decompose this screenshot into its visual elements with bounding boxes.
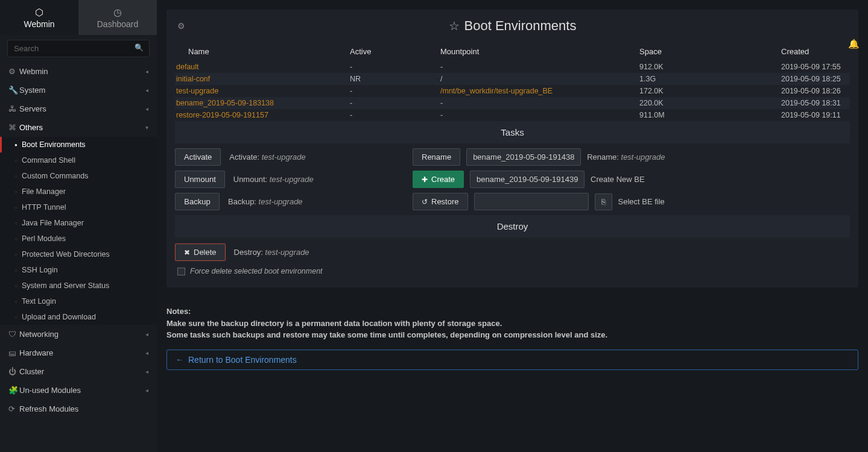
nav-subitem-perl-modules[interactable]: ○Perl Modules <box>0 231 157 246</box>
notes: Notes: Make sure the backup directory is… <box>166 306 858 341</box>
rename-button[interactable]: Rename <box>413 148 460 166</box>
td-space: 911.0M <box>639 111 730 119</box>
td-created: 2019-05-09 18:26 <box>730 87 850 95</box>
create-input[interactable] <box>470 171 584 188</box>
nav-subitem-ssh-login[interactable]: ○SSH Login <box>0 262 157 278</box>
nav-subitem-protected-web-directories[interactable]: ○Protected Web Directories <box>0 246 157 262</box>
nav-subitem-system-and-server-status[interactable]: ○System and Server Status <box>0 278 157 293</box>
tab-webmin[interactable]: ⬡ Webmin <box>0 0 78 35</box>
dot-icon: ○ <box>14 252 22 257</box>
nav-icon: 🖧 <box>8 104 19 113</box>
notes-line2: Some tasks such backups and restore may … <box>166 329 858 341</box>
mount-link[interactable]: /mnt/be_workdir/test-upgrade_BE <box>440 87 553 95</box>
nav-subitem-http-tunnel[interactable]: ○HTTP Tunnel <box>0 199 157 215</box>
nav-subitem-java-file-manager[interactable]: ○Java File Manager <box>0 215 157 231</box>
unmount-button[interactable]: Unmount <box>175 171 225 188</box>
nav-group-hardware[interactable]: 🖴Hardware◂ <box>0 344 157 362</box>
be-name-link[interactable]: bename_2019-05-09-183138 <box>176 99 274 107</box>
dot-icon: ○ <box>14 158 22 163</box>
nav-subitem-label: Custom Commands <box>22 172 88 180</box>
dot-icon: ● <box>14 142 22 148</box>
return-label: Return to Boot Environments <box>188 355 297 365</box>
nav-subitem-label: System and Server Status <box>22 281 109 290</box>
chevron-left-icon: ◂ <box>145 368 148 375</box>
delete-button[interactable]: ✖Delete <box>175 243 226 261</box>
dot-icon: ○ <box>14 315 22 320</box>
nav-label: Webmin <box>19 67 145 76</box>
nav-group-refresh-modules[interactable]: ⟳Refresh Modules <box>0 400 157 418</box>
td-created: 2019-05-09 18:25 <box>730 75 850 83</box>
restore-file-input[interactable] <box>474 193 589 210</box>
webmin-icon: ⬡ <box>35 7 43 18</box>
star-icon[interactable]: ☆ <box>449 19 460 33</box>
be-name-link[interactable]: initial-conf <box>176 75 210 83</box>
dot-icon: ○ <box>14 174 22 179</box>
nav-subitem-file-manager[interactable]: ○File Manager <box>0 184 157 199</box>
be-name-link[interactable]: default <box>176 63 199 71</box>
file-picker-button[interactable]: ⎘ <box>595 193 612 210</box>
main: 🔔 ⚙ ☆ Boot Environments Name Active Moun… <box>157 0 868 452</box>
nav-icon: ⟳ <box>8 404 19 413</box>
td-active: - <box>350 87 440 95</box>
nav-group-others[interactable]: ⌘Others▾ <box>0 118 157 137</box>
dot-icon: ○ <box>14 268 22 273</box>
chevron-left-icon: ◂ <box>145 87 148 93</box>
nav-group-webmin[interactable]: ⚙Webmin◂ <box>0 62 157 81</box>
nav-icon: 🧩 <box>8 386 19 395</box>
gear-icon[interactable]: ⚙ <box>177 21 185 31</box>
nav-group-un-used-modules[interactable]: 🧩Un-used Modules◂ <box>0 381 157 400</box>
notes-line1: Make sure the backup directory is a perm… <box>166 318 858 330</box>
td-active: - <box>350 99 440 107</box>
search-input[interactable] <box>7 40 150 57</box>
nav-group-servers[interactable]: 🖧Servers◂ <box>0 99 157 118</box>
th-mount: Mountpoint <box>440 47 639 56</box>
nav-subitem-label: SSH Login <box>22 266 58 274</box>
chevron-left-icon: ◂ <box>145 331 148 337</box>
nav-subitem-command-shell[interactable]: ○Command Shell <box>0 152 157 168</box>
plus-icon: ✚ <box>422 175 428 184</box>
activate-button[interactable]: Activate <box>175 148 221 166</box>
unmount-label: Unmount: test-upgrade <box>233 175 314 184</box>
nav-sub: ●Boot Environments○Command Shell○Custom … <box>0 137 157 325</box>
backup-button[interactable]: Backup <box>175 193 220 210</box>
nav-group-networking[interactable]: 🛡Networking◂ <box>0 325 157 344</box>
tab-dashboard-label: Dashboard <box>97 19 139 29</box>
force-delete-checkbox[interactable] <box>177 268 185 275</box>
rename-input[interactable] <box>466 148 581 166</box>
dashboard-icon: ◷ <box>113 7 122 18</box>
be-name-link[interactable]: restore-2019-05-09-191157 <box>176 111 268 119</box>
nav-label: Un-used Modules <box>19 386 145 395</box>
chevron-down-icon: ▾ <box>145 124 148 131</box>
table-row: default--912.0K2019-05-09 17:55 <box>175 61 850 73</box>
td-mount: /mnt/be_workdir/test-upgrade_BE <box>440 87 639 95</box>
panel: ⚙ ☆ Boot Environments Name Active Mountp… <box>166 10 858 287</box>
restore-button[interactable]: ↺Restore <box>413 193 468 210</box>
table-header: Name Active Mountpoint Space Created <box>175 42 850 61</box>
td-mount: / <box>440 75 639 83</box>
nav-subitem-text-login[interactable]: ○Text Login <box>0 293 157 309</box>
nav-subitem-custom-commands[interactable]: ○Custom Commands <box>0 168 157 184</box>
force-delete-label: Force delete selected boot environment <box>190 267 323 275</box>
th-name: Name <box>175 47 350 56</box>
nav-subitem-upload-and-download[interactable]: ○Upload and Download <box>0 309 157 325</box>
nav-label: Networking <box>19 330 145 339</box>
nav-label: System <box>19 86 145 95</box>
dot-icon: ○ <box>14 299 22 304</box>
nav-subitem-label: Text Login <box>22 297 56 306</box>
be-name-link[interactable]: test-upgrade <box>176 87 218 95</box>
nav-group-system[interactable]: 🔧System◂ <box>0 81 157 99</box>
th-created: Created <box>730 47 850 56</box>
nav-group-cluster[interactable]: ⏻Cluster◂ <box>0 362 157 381</box>
nav-subitem-boot-environments[interactable]: ●Boot Environments <box>0 137 157 152</box>
tab-dashboard[interactable]: ◷ Dashboard <box>78 0 157 35</box>
page-title: Boot Environments <box>464 18 577 34</box>
td-created: 2019-05-09 18:31 <box>730 99 850 107</box>
create-button[interactable]: ✚Create <box>413 171 464 188</box>
nav-subitem-label: Upload and Download <box>22 313 96 321</box>
search-icon[interactable]: 🔍 <box>135 43 144 52</box>
panel-header: ⚙ ☆ Boot Environments <box>166 10 858 42</box>
return-button[interactable]: ← Return to Boot Environments <box>166 350 858 370</box>
nav-label: Refresh Modules <box>19 404 148 413</box>
create-label: Create New BE <box>591 175 645 184</box>
tasks-body: Activate Activate: test-upgrade Rename R… <box>175 143 850 215</box>
